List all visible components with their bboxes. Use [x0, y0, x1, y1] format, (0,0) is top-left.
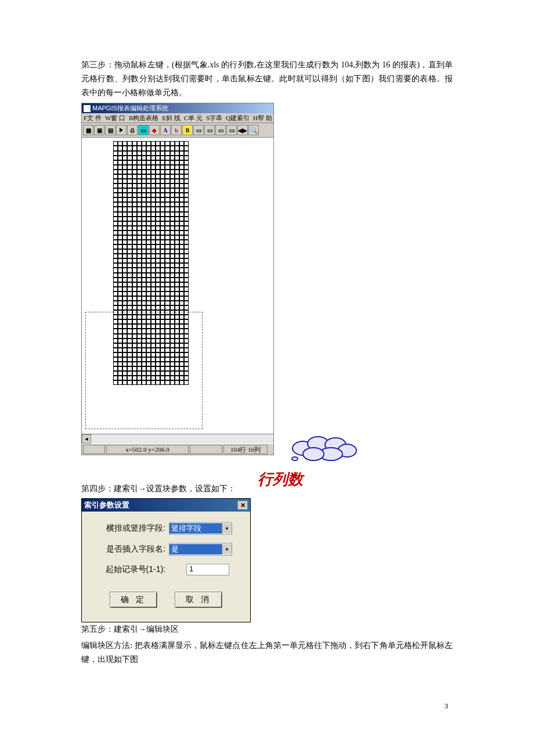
- tool-icon[interactable]: ▭: [204, 125, 215, 135]
- tool-icon[interactable]: ▣: [94, 125, 104, 135]
- app-title: MAPGIS报表编辑处理系统: [92, 104, 168, 113]
- svg-point-6: [292, 457, 298, 460]
- dialog-title: 索引参数设置: [84, 500, 129, 510]
- dialog-buttons: 确 定 取 消: [90, 584, 242, 617]
- orientation-label: 横排或竖排字段:: [90, 523, 169, 534]
- letter-a-icon[interactable]: A: [160, 125, 171, 135]
- status-coord: x=502.0 y=206.0: [106, 445, 189, 454]
- letter-b-icon[interactable]: B: [182, 125, 193, 135]
- form-row-startrec: 起始记录号(1-1): 1: [90, 564, 242, 575]
- tool-icon[interactable]: ◀▶: [237, 125, 248, 135]
- tool-icon[interactable]: ▤: [105, 125, 116, 135]
- ok-button[interactable]: 确 定: [110, 592, 157, 608]
- callout-text: 行列数: [258, 469, 303, 489]
- insertfield-combo[interactable]: 是 ▼: [169, 543, 232, 556]
- startrec-label: 起始记录号(1-1):: [90, 564, 169, 575]
- status-rowcol: 104行 16列: [223, 445, 268, 454]
- status-seg: [83, 445, 105, 454]
- menu-slash[interactable]: E斜 线: [162, 114, 180, 123]
- menu-file[interactable]: F文 件: [84, 114, 102, 123]
- insertfield-label: 是否插入字段名:: [90, 544, 169, 555]
- menu-index[interactable]: Q建索引: [226, 114, 250, 123]
- titlebar: MAPGIS报表编辑处理系统: [82, 103, 273, 113]
- scroll-left-icon[interactable]: ◄: [82, 434, 91, 444]
- step5-paragraph: 第五步：建索引→编辑块区: [81, 622, 453, 636]
- menu-cell[interactable]: C单 元: [184, 114, 203, 123]
- horizontal-scrollbar[interactable]: ◄: [82, 434, 273, 444]
- callout-cloud: 行列数: [255, 441, 371, 482]
- app-icon: [84, 105, 91, 112]
- print-icon[interactable]: ⎙: [127, 125, 138, 135]
- menu-window[interactable]: W窗 口: [105, 114, 125, 123]
- scroll-track[interactable]: [91, 434, 273, 444]
- form-row-orientation: 横排或竖排字段: 竖排字段 ▼: [90, 522, 242, 535]
- tool-icon[interactable]: ▦: [83, 125, 93, 135]
- startrec-input[interactable]: 1: [186, 564, 229, 575]
- close-icon[interactable]: ✕: [237, 501, 248, 510]
- orientation-combo[interactable]: 竖排字段 ▼: [169, 522, 232, 535]
- page-number: 3: [81, 701, 453, 711]
- statusbar: x=502.0 y=206.0 104行 16列: [82, 444, 273, 455]
- step3-paragraph: 第三步：拖动鼠标左键，(根据气象.xls 的行列数,在这里我们生成行数为 104…: [81, 58, 453, 99]
- cloud-icon: [290, 435, 360, 461]
- mapgis-window: MAPGIS报表编辑处理系统 F文 件 W窗 口 B构造表格 E斜 线 C单 元…: [81, 103, 274, 455]
- report-grid[interactable]: [113, 141, 189, 385]
- menubar[interactable]: F文 件 W窗 口 B构造表格 E斜 线 C单 元 S字串 Q建索引 H帮 助: [82, 113, 273, 123]
- chevron-down-icon[interactable]: ▼: [222, 523, 232, 534]
- play-icon[interactable]: [116, 125, 127, 135]
- insertfield-value: 是: [169, 544, 222, 555]
- search-icon[interactable]: 🔍: [248, 125, 259, 135]
- toolbar: ▦ ▣ ▤ ⎙ ▭ ◆ A b B ▭ ▭ ▭ ▭ ◀▶ 🔍: [82, 123, 273, 138]
- tool-icon[interactable]: ▭: [138, 125, 149, 135]
- svg-point-5: [303, 448, 324, 460]
- status-seg: [190, 445, 222, 454]
- tool-icon[interactable]: ▭: [226, 125, 237, 135]
- dialog-titlebar: 索引参数设置 ✕: [82, 499, 250, 512]
- tool-icon[interactable]: ◆: [149, 125, 160, 135]
- tool-icon[interactable]: ▭: [193, 125, 204, 135]
- tool-icon[interactable]: ▭: [215, 125, 226, 135]
- letter-b-icon[interactable]: b: [171, 125, 182, 135]
- cancel-button[interactable]: 取 消: [175, 592, 222, 608]
- menu-build[interactable]: B构造表格: [129, 114, 158, 123]
- canvas-area[interactable]: [82, 138, 273, 434]
- index-params-dialog: 索引参数设置 ✕ 横排或竖排字段: 竖排字段 ▼ 是否插入字段名: 是 ▼ 起始…: [81, 498, 251, 622]
- orientation-value: 竖排字段: [169, 523, 222, 534]
- form-row-insertfield: 是否插入字段名: 是 ▼: [90, 543, 242, 556]
- step5-method-paragraph: 编辑块区方法: 把表格满屏显示，鼠标左键点住左上角第一单元格往下拖动，到右下角单…: [81, 639, 453, 667]
- menu-help[interactable]: H帮 助: [253, 114, 272, 123]
- chevron-down-icon[interactable]: ▼: [222, 544, 232, 555]
- dialog-body: 横排或竖排字段: 竖排字段 ▼ 是否插入字段名: 是 ▼ 起始记录号(1-1):…: [82, 512, 250, 622]
- menu-string[interactable]: S字串: [206, 114, 222, 123]
